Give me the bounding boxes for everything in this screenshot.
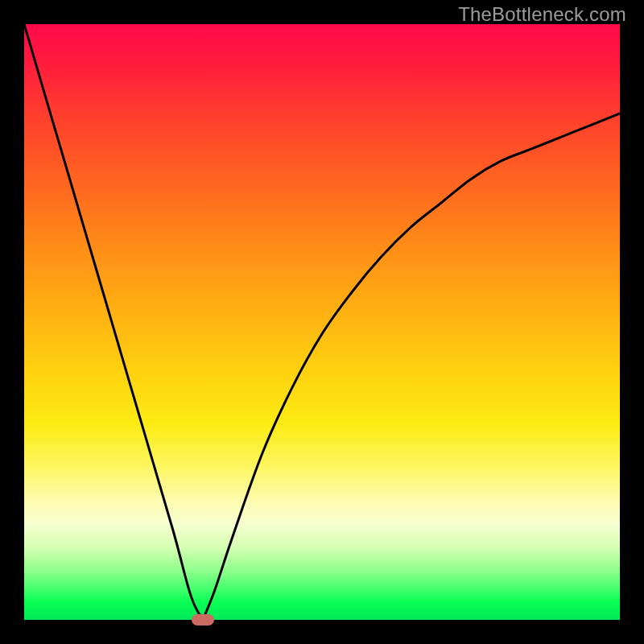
watermark-text: TheBottleneck.com xyxy=(458,3,626,26)
chart-frame: TheBottleneck.com xyxy=(0,0,644,644)
optimal-point-marker xyxy=(192,614,214,625)
plot-area xyxy=(24,24,620,620)
